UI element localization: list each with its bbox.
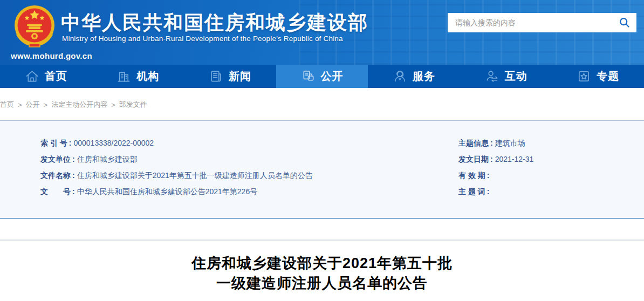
nav-item-label: 专题: [597, 69, 619, 84]
doc-info-label: 文 号: [40, 187, 71, 196]
site-title-cn: 中华人民共和国住房和城乡建设部: [61, 10, 368, 36]
nav-item-label: 首页: [45, 69, 67, 84]
nav-item-label: 公开: [321, 69, 344, 84]
doc-info-value: 住房和城乡建设部关于2021年第五十批一级建造师注册人员名单的公告: [77, 171, 313, 180]
nav-item-service[interactable]: 服务: [368, 65, 460, 88]
article-title-line2: 一级建造师注册人员名单的公告: [0, 273, 644, 293]
search-input[interactable]: [448, 13, 619, 32]
site-url: www.mohurd.gov.cn: [11, 51, 119, 60]
search-box: [448, 13, 636, 32]
doc-info-label: 主题信息: [458, 139, 489, 147]
nav-item-label: 新闻: [229, 69, 251, 84]
breadcrumb-separator: >: [18, 101, 22, 109]
article-title-line1: 住房和城乡建设部关于2021年第五十批: [0, 254, 644, 273]
breadcrumb-separator: >: [44, 101, 48, 109]
doc-info-value: 中华人民共和国住房和城乡建设部公告2021年第226号: [77, 187, 258, 196]
doc-info-right-column: 主题信息:建筑市场 发文日期:2021-12-31 有 效 期: 主 题 词:: [458, 135, 533, 200]
home-icon: [25, 69, 39, 84]
breadcrumb-item-open[interactable]: 公开: [26, 100, 40, 110]
nav-item-news[interactable]: 新闻: [184, 65, 276, 88]
doc-info-row-topic-info: 主题信息:建筑市场: [458, 135, 533, 151]
interaction-icon: [485, 69, 499, 84]
doc-info-row-validity: 有 效 期:: [458, 167, 533, 183]
doc-info-row-file-name: 文件名称:住房和城乡建设部关于2021年第五十批一级建造师注册人员名单的公告: [40, 167, 313, 183]
site-header: www.mohurd.gov.cn 中华人民共和国住房和城乡建设部 Minist…: [0, 0, 644, 65]
doc-info-label: 文件名称: [40, 171, 71, 180]
article-title: 住房和城乡建设部关于2021年第五十批 一级建造师注册人员名单的公告: [0, 254, 644, 293]
topic-star-icon: [577, 69, 591, 84]
doc-info-label: 索 引 号: [40, 139, 67, 147]
doc-info-row-doc-number: 文 号:中华人民共和国住房和城乡建设部公告2021年第226号: [40, 183, 313, 200]
section-divider: [0, 240, 644, 241]
search-icon[interactable]: [619, 17, 631, 29]
nav-item-open[interactable]: 公开: [276, 65, 368, 88]
service-icon: [393, 69, 407, 84]
breadcrumb-item-statutory[interactable]: 法定主动公开内容: [51, 100, 107, 110]
breadcrumb: 首页 > 公开 > 法定主动公开内容 > 部发文件: [0, 100, 147, 110]
nav-item-home[interactable]: 首页: [0, 65, 92, 88]
document-info-card: 索 引 号:000013338/2022-00002 发文单位:住房和城乡建设部…: [0, 120, 644, 219]
nav-item-label: 服务: [413, 69, 435, 84]
doc-info-row-issuing-unit: 发文单位:住房和城乡建设部: [40, 151, 313, 167]
page: www.mohurd.gov.cn 中华人民共和国住房和城乡建设部 Minist…: [0, 0, 644, 301]
building-icon: [117, 69, 131, 84]
doc-info-row-keywords: 主 题 词:: [458, 183, 533, 200]
breadcrumb-item-current: 部发文件: [119, 100, 147, 110]
doc-info-value: 2021-12-31: [495, 155, 534, 163]
nav-item-label: 机构: [136, 69, 159, 84]
nav-item-topics[interactable]: 专题: [552, 65, 644, 88]
nav-item-label: 互动: [505, 69, 527, 84]
doc-info-label: 有 效 期: [458, 171, 485, 180]
doc-info-left-column: 索 引 号:000013338/2022-00002 发文单位:住房和城乡建设部…: [40, 135, 313, 200]
breadcrumb-separator: >: [111, 101, 115, 109]
nav-item-org[interactable]: 机构: [92, 65, 184, 88]
doc-info-label: 发文日期: [458, 155, 489, 163]
doc-info-value: 000013338/2022-00002: [73, 139, 154, 147]
nav-item-interaction[interactable]: 互动: [460, 65, 552, 88]
open-docs-icon: [301, 69, 316, 84]
news-icon: [209, 69, 223, 84]
doc-info-value: 住房和城乡建设部: [77, 155, 138, 163]
national-emblem-icon: [13, 4, 56, 49]
doc-info-label: 发文单位: [40, 155, 71, 163]
breadcrumb-item-home[interactable]: 首页: [0, 100, 14, 110]
doc-info-value: 建筑市场: [495, 139, 525, 147]
doc-info-label: 主 题 词: [458, 187, 485, 196]
doc-info-row-index-number: 索 引 号:000013338/2022-00002: [40, 135, 313, 151]
site-title-en: Ministry of Housing and Urban-Rural Deve…: [62, 35, 343, 43]
main-nav: 首页 机构 新闻: [0, 65, 644, 88]
doc-info-row-issue-date: 发文日期:2021-12-31: [458, 151, 533, 167]
